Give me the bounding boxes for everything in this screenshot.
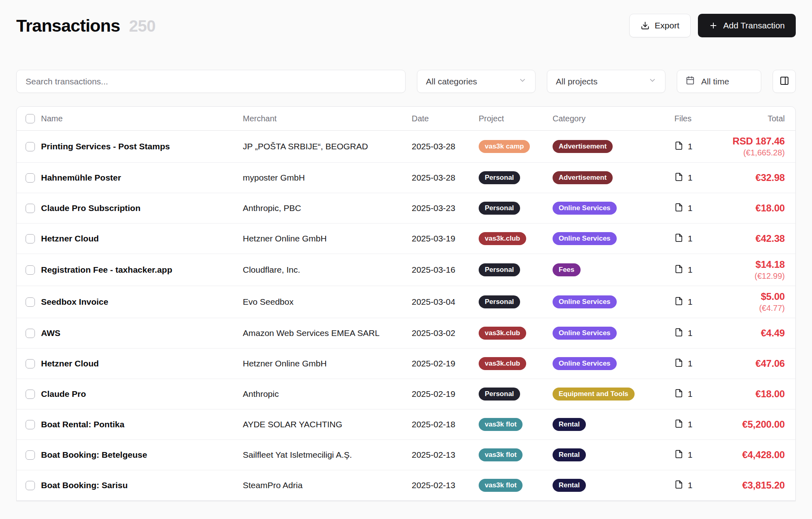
table-row[interactable]: Boat Booking: Sarisu SteamPro Adria 2025… (17, 470, 795, 501)
category-badge[interactable]: Online Services (553, 232, 617, 246)
table-row[interactable]: AWS Amazon Web Services EMEA SARL 2025-0… (17, 318, 795, 349)
transaction-date: 2025-03-19 (412, 234, 479, 243)
row-checkbox[interactable] (26, 481, 35, 490)
table-row[interactable]: Boat Booking: Betelgeuse Sailfleet Yat I… (17, 440, 795, 470)
chevron-down-icon (648, 76, 657, 86)
row-checkbox[interactable] (26, 359, 35, 368)
table-row[interactable]: Claude Pro Subscription Anthropic, PBC 2… (17, 193, 795, 224)
header-checkbox-cell (17, 114, 41, 123)
transaction-merchant: Sailfleet Yat Isletmeciligi A.Ş. (243, 450, 412, 460)
transaction-name: AWS (41, 328, 243, 338)
categories-filter[interactable]: All categories (417, 70, 536, 93)
files-cell: 1 (674, 480, 715, 491)
select-all-checkbox[interactable] (26, 114, 35, 123)
column-header-name[interactable]: Name (41, 114, 243, 123)
row-checkbox[interactable] (26, 265, 35, 275)
row-checkbox[interactable] (26, 234, 35, 243)
row-checkbox[interactable] (26, 329, 35, 338)
table-header-row: Name Merchant Date Project Category File… (17, 107, 795, 131)
row-checkbox[interactable] (26, 204, 35, 213)
table-row[interactable]: Seedbox Invoice Evo Seedbox 2025-03-04 P… (17, 286, 795, 318)
columns-toggle-button[interactable] (773, 70, 796, 93)
total-cell: €47.06 (715, 358, 795, 369)
row-checkbox[interactable] (26, 142, 35, 151)
project-badge[interactable]: Personal (479, 263, 520, 277)
transaction-total: €5,200.00 (715, 419, 785, 430)
project-badge[interactable]: Personal (479, 295, 520, 309)
table-row[interactable]: Boat Rental: Pontika AYDE SOLAR YACHTING… (17, 409, 795, 440)
transaction-total: $14.18 (715, 259, 785, 270)
project-badge[interactable]: vas3k flot (479, 418, 523, 431)
project-badge[interactable]: vas3k flot (479, 479, 523, 492)
search-input[interactable] (16, 70, 406, 93)
category-badge[interactable]: Advertisement (553, 140, 613, 153)
row-checkbox[interactable] (26, 420, 35, 429)
calendar-icon (686, 76, 695, 87)
category-badge[interactable]: Advertisement (553, 171, 613, 185)
export-label: Export (655, 21, 680, 30)
page-title: Transactions (16, 16, 120, 36)
column-header-date[interactable]: Date (412, 114, 479, 123)
files-cell: 1 (674, 450, 715, 461)
transaction-total: €42.38 (715, 233, 785, 244)
category-badge[interactable]: Equipment and Tools (553, 388, 635, 401)
project-badge[interactable]: vas3k camp (479, 140, 530, 153)
category-cell: Advertisement (553, 171, 674, 185)
transaction-date: 2025-02-13 (412, 450, 479, 460)
category-badge[interactable]: Fees (553, 263, 581, 277)
export-button[interactable]: Export (629, 14, 691, 37)
column-header-merchant[interactable]: Merchant (243, 114, 412, 123)
top-bar: Transactions 250 Export Add Transaction (16, 12, 796, 39)
transaction-name: Boat Booking: Betelgeuse (41, 450, 243, 460)
table-row[interactable]: Hetzner Cloud Hetzner Online GmbH 2025-0… (17, 224, 795, 254)
plus-icon (709, 21, 718, 30)
project-badge[interactable]: Personal (479, 202, 520, 215)
files-cell: 1 (674, 265, 715, 276)
project-badge[interactable]: vas3k flot (479, 448, 523, 462)
category-badge[interactable]: Online Services (553, 202, 617, 215)
date-range-filter[interactable]: All time (677, 70, 761, 93)
category-badge[interactable]: Online Services (553, 327, 617, 340)
row-checkbox-cell (17, 234, 41, 243)
project-badge[interactable]: vas3k.club (479, 357, 526, 370)
transaction-date: 2025-02-19 (412, 389, 479, 399)
table-row[interactable]: Hetzner Cloud Hetzner Online GmbH 2025-0… (17, 349, 795, 379)
transaction-name: Claude Pro Subscription (41, 203, 243, 213)
row-checkbox[interactable] (26, 297, 35, 307)
projects-filter[interactable]: All projects (547, 70, 665, 93)
files-count: 1 (688, 173, 693, 183)
project-badge[interactable]: Personal (479, 388, 520, 401)
add-transaction-button[interactable]: Add Transaction (698, 14, 796, 37)
table-row[interactable]: Registration Fee - taxhacker.app Cloudfl… (17, 254, 795, 286)
project-badge[interactable]: Personal (479, 171, 520, 185)
category-badge[interactable]: Online Services (553, 295, 617, 309)
row-checkbox[interactable] (26, 173, 35, 183)
transaction-merchant: JP „POŠTA SRBIJE“, BEOGRAD (243, 142, 412, 151)
table-row[interactable]: Hahnemühle Poster myposter GmbH 2025-03-… (17, 163, 795, 193)
project-cell: vas3k flot (479, 479, 553, 492)
total-cell: €4.49 (715, 327, 795, 339)
category-badge[interactable]: Rental (553, 418, 586, 431)
table-row[interactable]: Printing Services - Post Stamps JP „POŠT… (17, 131, 795, 163)
total-cell: RSD 187.46 (€1,665.28) (715, 136, 795, 157)
column-header-total[interactable]: Total (715, 114, 795, 123)
transaction-total: €47.06 (715, 358, 785, 369)
table-row[interactable]: Claude Pro Anthropic 2025-02-19 Personal… (17, 379, 795, 409)
files-count: 1 (688, 203, 693, 213)
total-cell: $5.00 (€4.77) (715, 291, 795, 313)
header-actions: Export Add Transaction (629, 14, 796, 37)
project-badge[interactable]: vas3k.club (479, 327, 526, 340)
project-badge[interactable]: vas3k.club (479, 232, 526, 246)
transaction-total-converted: (€1,665.28) (715, 148, 785, 157)
column-header-files[interactable]: Files (674, 114, 715, 123)
category-badge[interactable]: Rental (553, 479, 586, 492)
row-checkbox[interactable] (26, 450, 35, 460)
row-checkbox[interactable] (26, 390, 35, 399)
column-header-category[interactable]: Category (553, 114, 674, 123)
category-badge[interactable]: Rental (553, 448, 586, 462)
category-badge[interactable]: Online Services (553, 357, 617, 370)
transaction-date: 2025-03-16 (412, 265, 479, 275)
total-cell: €4,428.00 (715, 449, 795, 461)
column-header-project[interactable]: Project (479, 114, 553, 123)
project-cell: Personal (479, 263, 553, 277)
